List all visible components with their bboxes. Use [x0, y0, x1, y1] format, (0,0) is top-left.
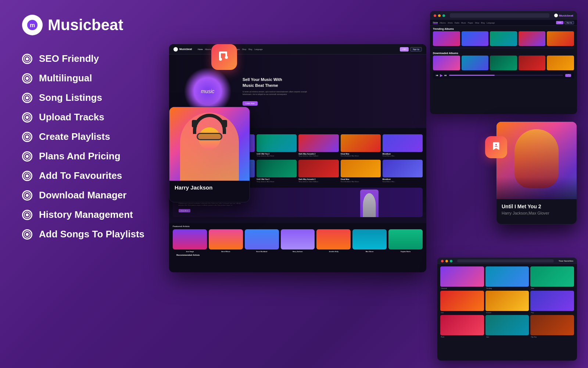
browser-nav-pages: Pages	[468, 22, 473, 24]
artist-name-7: Virginia Harris	[388, 251, 423, 252]
br-label-2: Trending	[485, 287, 529, 289]
browser-nav-shop: Shop	[475, 22, 479, 24]
br-thumb-4	[440, 291, 484, 311]
feature-label-10: Add Songs To Playlists	[39, 229, 144, 240]
hero-listen-btn[interactable]: Listen Now	[243, 101, 258, 106]
album-detail-title: Until I Met You 2	[502, 204, 571, 209]
disc-icon-9	[22, 210, 32, 220]
br-address-bar	[457, 259, 554, 262]
disc-icon-8	[22, 190, 32, 201]
disc-icon-1	[22, 54, 32, 64]
artist-name-6: Max Glover	[352, 251, 387, 252]
album-card-4: Dark Alley Acoustic 2 Harry Jackson, Cla…	[298, 134, 338, 157]
album-thumb-5	[341, 134, 381, 152]
browser-login-btn[interactable]: Login	[556, 21, 563, 24]
nav-home: Home	[198, 48, 202, 50]
feature-label-8: Download Manager	[39, 190, 126, 201]
svg-rect-4	[225, 52, 227, 57]
br-thumb-6	[530, 291, 574, 311]
br-item-2: Trending	[485, 266, 529, 289]
feature-label-6: Plans And Pricing	[39, 151, 121, 162]
tr-album-2	[462, 31, 489, 46]
br-title: Your favorites	[559, 260, 573, 262]
artist-card-4: Harry Jackson	[281, 229, 315, 252]
browser-nav-row: Home Albums Artists Radio Music Pages Sh…	[430, 20, 577, 26]
album-thumb-12	[383, 160, 423, 177]
br-thumb-5	[485, 291, 529, 311]
nav-signup-btn[interactable]: Sign Up	[410, 47, 422, 52]
dl-album-5	[547, 56, 574, 70]
album-card-10: Dark Alley Acoustic 2 Harry Jackson, Cla…	[298, 160, 338, 182]
album-card-11: Cloud Nine Kevin Buckland, Max Glover	[341, 160, 381, 182]
disc-icon-6	[22, 151, 32, 162]
artist-photo-7	[388, 229, 423, 250]
album-card-6: Bloodbust Anna Ellison, Max...	[383, 134, 423, 157]
player-progress-fill	[449, 75, 495, 76]
browser-nav-albums: Albums	[440, 22, 446, 24]
dl-album-4	[519, 56, 546, 70]
top-right-mockup: Musicbeat Home Albums Artists Radio Musi…	[430, 11, 577, 114]
br-header: Your favorites	[437, 258, 577, 264]
album-card-9: Until I Met You 2 Harry Jackson, Max Glo…	[257, 160, 297, 182]
br-thumb-8	[485, 315, 529, 335]
browser-dot-close	[434, 14, 436, 17]
mockup-nav-right: Login Sign Up	[400, 47, 422, 52]
br-item-7: Rock	[440, 315, 484, 338]
browser-nav-music: Music	[461, 22, 466, 24]
nav-login-btn[interactable]: Login	[400, 47, 409, 52]
feature-label-2: Multilingual	[39, 72, 92, 84]
tr-thumb-4	[519, 31, 546, 46]
trending-albums-grid	[430, 31, 577, 46]
player-volume[interactable]: 🔊	[565, 74, 571, 77]
br-thumb-7	[440, 315, 484, 335]
browser-divider	[433, 48, 574, 48]
album-artist-4: Harry Jackson, Claire Hallison	[298, 155, 338, 157]
dl-thumb-4	[519, 56, 546, 70]
artist-card-1: Jose Singh	[173, 229, 207, 252]
feature-label-3: Song Listings	[39, 92, 102, 103]
br-dot-max	[450, 260, 452, 262]
artist-photo-5	[316, 229, 351, 250]
br-label-8: Jazz	[485, 336, 529, 338]
dl-thumb-1	[433, 56, 460, 70]
prev-btn[interactable]: ⏮	[436, 74, 438, 77]
artist-photo-3	[245, 229, 279, 250]
br-thumb-2	[485, 266, 529, 287]
br-item-9: Hip-Hop	[530, 315, 574, 338]
harry-jackson-image	[169, 107, 250, 181]
logo-icon: m	[22, 15, 43, 35]
browser-nav-blog: Blog	[481, 22, 485, 24]
browser-dot-minimize	[438, 14, 441, 17]
feature-label-4: Upload Tracks	[39, 112, 104, 123]
album-artist-11: Kevin Buckland, Max Glover	[341, 181, 381, 183]
downloaded-albums-grid	[430, 56, 577, 70]
tr-thumb-5	[547, 31, 574, 46]
br-dot-min	[445, 260, 448, 262]
svg-rect-8	[495, 146, 498, 147]
artist-photo-1	[173, 229, 207, 250]
play-btn[interactable]: ▶	[440, 73, 443, 77]
dl-album-2	[462, 56, 489, 70]
album-thumb-3	[257, 134, 297, 152]
album-detail-image	[496, 122, 577, 199]
tr-album-4	[519, 31, 546, 46]
br-label-1: Classical	[440, 287, 484, 289]
tr-thumb-2	[462, 31, 489, 46]
br-thumb-1	[440, 266, 484, 287]
browser-player: ⏮ ▶ ⏭ 🔊	[433, 72, 574, 79]
brand-name: Musicbeat	[48, 16, 123, 34]
browser-signup-btn[interactable]: Sign Up	[564, 21, 574, 24]
hero-title: Sell Your Music WithMusic Beat Theme	[243, 77, 316, 88]
hero-desc: Ut enim ad minima veniam, quis nostrum e…	[243, 91, 316, 96]
nav-blog: Blog	[248, 48, 252, 50]
tr-album-5	[547, 31, 574, 46]
music-note-icon	[218, 49, 231, 65]
hero-orb-text: music	[201, 88, 215, 94]
tr-album-1	[433, 31, 460, 46]
nav-albums: Albums	[205, 48, 211, 50]
br-item-6: Pop	[530, 291, 574, 314]
artist-name-4: Harry Jackson	[281, 251, 315, 252]
trending-btn[interactable]: Know More	[179, 209, 190, 212]
next-btn[interactable]: ⏭	[444, 74, 447, 77]
downloaded-albums-title: Downloaded Albums	[430, 50, 577, 56]
